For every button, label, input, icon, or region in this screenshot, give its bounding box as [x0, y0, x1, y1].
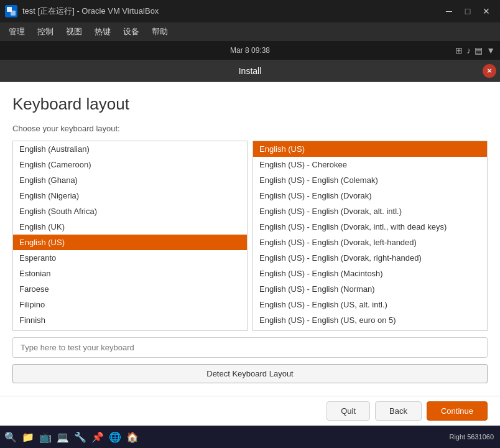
install-title: Install	[239, 66, 262, 76]
vm-status-bar: Mar 8 09:38 ⊞ ♪ ▤ ▼	[0, 41, 500, 60]
taskbar-icon-1[interactable]: 🔍	[2, 429, 19, 445]
list-item[interactable]: English (US) - English (Colemak)	[253, 172, 487, 188]
list-item[interactable]: English (South Africa)	[13, 203, 247, 219]
audio-icon: ♪	[466, 45, 471, 55]
list-item[interactable]: English (Nigeria)	[13, 188, 247, 203]
maximize-button[interactable]: □	[459, 4, 476, 18]
install-header: Install ×	[0, 60, 500, 82]
page-title: Keyboard layout	[12, 95, 488, 114]
quit-button[interactable]: Quit	[326, 401, 370, 421]
list-item[interactable]: French	[13, 328, 247, 331]
taskbar-icon-4[interactable]: 💻	[55, 429, 71, 445]
right-status-text: Right 5631060	[449, 433, 494, 441]
page-subtitle: Choose your keyboard layout:	[12, 124, 488, 133]
status-icons: ⊞ ♪ ▤ ▼	[455, 45, 495, 55]
close-button[interactable]: ✕	[478, 4, 495, 18]
list-item[interactable]: English (US) - English (Dvorak, alt. int…	[253, 203, 487, 219]
taskbar: 🔍 📁 📺 💻 🔧 📌 🌐 🏠 Right 5631060	[0, 426, 500, 448]
list-item[interactable]: English (US) - English (Macintosh)	[253, 266, 487, 281]
menu-item-视图[interactable]: 视图	[60, 24, 88, 40]
taskbar-icon-7[interactable]: 🌐	[107, 429, 123, 445]
menu-item-管理[interactable]: 管理	[2, 24, 31, 40]
keyboard-test-input[interactable]	[12, 337, 488, 358]
taskbar-icon-3[interactable]: 📺	[37, 429, 53, 445]
list-item[interactable]: English (Australian)	[13, 141, 247, 157]
lists-container: English (Australian)English (Cameroon)En…	[12, 141, 488, 331]
window-title: test [正在运行] - Oracle VM VirtualBox	[22, 6, 440, 17]
network-icon: ⊞	[455, 45, 463, 55]
taskbar-right-text: Right 5631060	[449, 433, 498, 441]
list-item[interactable]: English (US) - English (Norman)	[253, 281, 487, 297]
back-button[interactable]: Back	[375, 401, 422, 421]
close-icon: ×	[487, 66, 492, 75]
list-item[interactable]: English (Cameroon)	[13, 157, 247, 172]
language-list[interactable]: English (Australian)English (Cameroon)En…	[12, 141, 248, 331]
list-item[interactable]: English (US) - English (US, euro on 5)	[253, 312, 487, 328]
title-bar: test [正在运行] - Oracle VM VirtualBox ─ □ ✕	[0, 0, 500, 22]
menu-bar: 管理控制视图热键设备帮助	[0, 22, 500, 41]
virtualbox-window: test [正在运行] - Oracle VM VirtualBox ─ □ ✕…	[0, 0, 500, 448]
menu-item-热键[interactable]: 热键	[88, 24, 117, 40]
list-item[interactable]: English (UK)	[13, 219, 247, 235]
content-area: Keyboard layout Choose your keyboard lay…	[0, 82, 500, 396]
vbox-app-icon	[5, 5, 17, 17]
taskbar-icon-5[interactable]: 🔧	[72, 429, 88, 445]
window-controls: ─ □ ✕	[440, 4, 495, 18]
list-item[interactable]: English (US) - English (US, intl., with …	[253, 328, 487, 331]
list-item[interactable]: Estonian	[13, 266, 247, 281]
taskbar-icon-6[interactable]: 📌	[90, 429, 106, 445]
svg-rect-2	[11, 11, 16, 16]
list-item[interactable]: Filipino	[13, 297, 247, 312]
list-item[interactable]: Esperanto	[13, 250, 247, 266]
taskbar-icon-2[interactable]: 📁	[20, 429, 36, 445]
menu-item-控制[interactable]: 控制	[31, 24, 60, 40]
list-item[interactable]: English (US)	[13, 235, 247, 250]
minimize-button[interactable]: ─	[440, 4, 458, 18]
install-close-button[interactable]: ×	[483, 64, 496, 78]
datetime-label: Mar 8 09:38	[230, 46, 270, 55]
list-item[interactable]: English (US) - English (Dvorak)	[253, 188, 487, 203]
detect-keyboard-button[interactable]: Detect Keyboard Layout	[12, 364, 488, 383]
list-item[interactable]: English (US) - Cherokee	[253, 157, 487, 172]
list-item[interactable]: English (US)	[253, 141, 487, 157]
list-item[interactable]: English (Ghana)	[13, 172, 247, 188]
menu-item-设备[interactable]: 设备	[117, 24, 146, 40]
variant-list[interactable]: English (US)English (US) - CherokeeEngli…	[252, 141, 488, 331]
bottom-nav: Quit Back Continue	[0, 396, 500, 426]
battery-icon: ▤	[475, 45, 483, 55]
continue-button[interactable]: Continue	[427, 401, 488, 421]
list-item[interactable]: English (US) - English (US, alt. intl.)	[253, 297, 487, 312]
list-item[interactable]: English (US) - English (Dvorak, intl., w…	[253, 219, 487, 235]
arrow-icon: ▼	[486, 45, 495, 55]
list-item[interactable]: English (US) - English (Dvorak, left-han…	[253, 235, 487, 250]
list-item[interactable]: Finnish	[13, 312, 247, 328]
list-item[interactable]: Faroese	[13, 281, 247, 297]
list-item[interactable]: English (US) - English (Dvorak, right-ha…	[253, 250, 487, 266]
taskbar-icon-8[interactable]: 🏠	[124, 429, 141, 445]
menu-item-帮助[interactable]: 帮助	[146, 24, 174, 40]
